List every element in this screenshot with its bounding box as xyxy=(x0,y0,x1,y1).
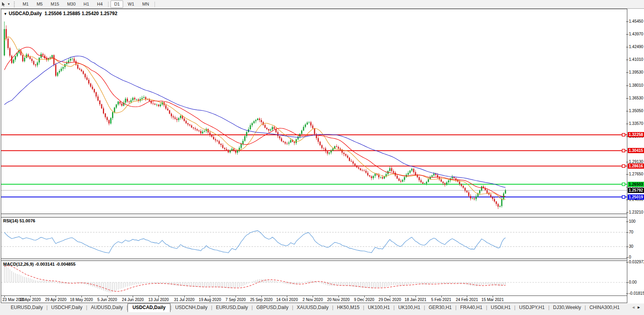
timeframe-button-h4[interactable]: H4 xyxy=(93,0,106,8)
axis-tick-mark xyxy=(626,47,629,47)
date-tick-label[interactable]: 5 Jun 2020 xyxy=(97,298,117,302)
rsi-pane[interactable]: RSI(14) 51.0076 xyxy=(1,217,627,259)
chart-tab-usdcnh-daily[interactable]: USDCNH,Daily xyxy=(172,303,211,312)
hline-handle[interactable] xyxy=(622,165,625,167)
hline-handle[interactable] xyxy=(622,183,625,186)
date-tick-label[interactable]: 24 Feb 2021 xyxy=(456,298,478,302)
chart-tabs: EURUSD,Daily|USDCHF,Daily|AUDUSD,Daily|U… xyxy=(7,303,623,312)
axis-tick-mark xyxy=(626,262,629,262)
chart-tab-eurusd-daily[interactable]: EURUSD,Daily xyxy=(7,303,46,312)
chart-tab-xauusd-daily[interactable]: XAUUSD,Daily xyxy=(293,303,332,312)
axis-tick-label: 0 xyxy=(629,255,631,259)
timeframe-button-d1[interactable]: D1 xyxy=(110,0,123,8)
date-tick-label[interactable]: 2 Nov 2020 xyxy=(303,298,323,302)
axis-tick-mark xyxy=(626,257,629,258)
date-tick-label[interactable]: 9 Dec 2020 xyxy=(354,298,374,302)
date-tick-label[interactable]: 31 Jul 2020 xyxy=(174,298,195,302)
timeframe-button-mn[interactable]: MN xyxy=(139,0,153,8)
toolbar-grip[interactable] xyxy=(14,2,17,7)
price-line-badge: 1.25019 xyxy=(628,194,644,200)
axis-tick-mark xyxy=(626,247,629,247)
price-line-badge: 1.32258 xyxy=(628,132,644,137)
tab-scroll-left-icon[interactable]: ◄ xyxy=(631,305,637,309)
axis-tick-mark xyxy=(626,174,629,175)
date-tick-label[interactable]: 24 Jun 2020 xyxy=(122,298,144,302)
hline-handle[interactable] xyxy=(622,133,625,136)
timeframe-button-m15[interactable]: M15 xyxy=(47,0,62,8)
date-tick-label[interactable]: 10 Apr 2020 xyxy=(19,298,41,302)
axis-tick-label: 1.43970 xyxy=(629,32,643,36)
pane-splitter[interactable] xyxy=(1,214,627,217)
tab-scroll-right-icon[interactable]: ► xyxy=(637,305,642,309)
chart-tab-hk50-m15[interactable]: HK50,M15 xyxy=(333,303,363,312)
quick-menu-icon[interactable]: ▼ xyxy=(4,12,7,16)
chevron-down-icon[interactable]: ▼ xyxy=(7,2,10,6)
rsi-canvas[interactable] xyxy=(1,218,627,259)
toolbar-separator xyxy=(155,2,155,7)
ma-line-10 xyxy=(4,37,505,199)
timeframe-buttons: M1M5M15M30H1H4D1W1MN xyxy=(19,0,157,8)
chart-tab-bar: EURUSD,Daily|USDCHF,Daily|AUDUSD,Daily|U… xyxy=(0,303,644,315)
timeframe-button-w1[interactable]: W1 xyxy=(124,0,138,8)
cursor-tool-button[interactable]: ▼ xyxy=(0,2,12,7)
axis-tick-label: 1.23210 xyxy=(629,210,643,214)
date-axis[interactable]: 23 Mar 202010 Apr 202029 Apr 202018 May … xyxy=(1,296,627,303)
chart-tab-usdchf-daily[interactable]: USDCHF,Daily xyxy=(48,303,86,312)
chart-tab-audusd-daily[interactable]: AUDUSD,Daily xyxy=(87,303,127,312)
chart-tab-china300-h1[interactable]: CHINA300,H1 xyxy=(586,303,623,312)
axis-tick-label: 1.42490 xyxy=(629,45,643,49)
hline-handle[interactable] xyxy=(622,149,625,152)
rsi-label: RSI(14) 51.0076 xyxy=(3,218,35,223)
date-tick-label[interactable]: 19 Aug 2020 xyxy=(199,298,221,302)
date-tick-label[interactable]: 15 Mar 2021 xyxy=(482,298,504,302)
hline-handle[interactable] xyxy=(622,196,625,198)
axis-tick-label: 1.29130 xyxy=(629,159,643,164)
date-tick-label[interactable]: 18 Jan 2021 xyxy=(404,298,426,302)
chart-tab-gbpusd-daily[interactable]: GBPUSD,Daily xyxy=(253,303,292,312)
axis-tick-mark xyxy=(626,232,629,233)
date-tick-label[interactable]: 20 Nov 2020 xyxy=(327,298,350,302)
timeframe-button-h1[interactable]: H1 xyxy=(80,0,93,8)
chart-tab-ger30-h1[interactable]: GER30,H1 xyxy=(425,303,455,312)
date-tick-label[interactable]: 14 Oct 2020 xyxy=(276,298,298,302)
axis-tick-mark xyxy=(626,222,629,222)
mt4-terminal: ▼ M1M5M15M30H1H4D1W1MN ▼USDCAD,Daily 1.2… xyxy=(0,0,644,315)
price-line-badge: 1.28616 xyxy=(628,163,644,169)
timeframe-button-m5[interactable]: M5 xyxy=(33,0,46,8)
macd-pane[interactable]: MACD(12,26,9) -0.003141 -0.004855 xyxy=(1,261,627,296)
chart-tab-dj30-weekly[interactable]: DJ30,Weekly xyxy=(549,303,584,312)
timeframe-button-m30[interactable]: M30 xyxy=(64,0,79,8)
price-scale[interactable]: 1.454501.439701.424901.410101.395301.380… xyxy=(628,9,644,303)
chart-tab-usdcad-daily[interactable]: USDCAD,Daily xyxy=(128,303,170,312)
date-tick-label[interactable]: 29 Apr 2020 xyxy=(45,298,66,302)
date-tick-label[interactable]: 7 Sep 2020 xyxy=(226,298,246,302)
axis-tick-label: 30 xyxy=(629,244,633,249)
macd-canvas[interactable] xyxy=(1,261,627,296)
chart-tab-usoil-h1[interactable]: USOil,H1 xyxy=(487,303,514,312)
toolbar-separator xyxy=(108,2,108,7)
axis-tick-label: 1.45450 xyxy=(629,19,643,23)
macd-histogram xyxy=(4,266,505,293)
axis-tick-mark xyxy=(626,98,629,99)
date-tick-label[interactable]: 25 Sep 2020 xyxy=(250,298,273,302)
chart-tab-uk100-h1[interactable]: UK100,H1 xyxy=(395,303,424,312)
price-chart-canvas[interactable] xyxy=(1,9,627,214)
date-tick-label[interactable]: 18 May 2020 xyxy=(70,298,93,302)
axis-tick-label: 0.032972 xyxy=(629,260,644,264)
timeframe-button-m1[interactable]: M1 xyxy=(19,0,32,8)
bid-price-badge: 1.25792 xyxy=(628,188,644,193)
date-tick-label[interactable]: 13 Jul 2020 xyxy=(148,298,169,302)
axis-tick-label: 1.27650 xyxy=(629,172,643,176)
cursor-icon xyxy=(1,2,6,7)
chart-ohlc-values: 1.25506 1.25885 1.25420 1.25792 xyxy=(44,11,118,16)
chart-tab-usdjpy-h1[interactable]: USDJPY,H1 xyxy=(515,303,548,312)
chart-window: ▼USDCAD,Daily 1.25506 1.25885 1.25420 1.… xyxy=(1,9,627,303)
date-tick-label[interactable]: 5 Feb 2021 xyxy=(431,298,451,302)
chart-tab-fra40-h1[interactable]: FRA40,H1 xyxy=(456,303,486,312)
chart-title: ▼USDCAD,Daily 1.25506 1.25885 1.25420 1.… xyxy=(4,11,117,16)
chart-tab-uk100-h1[interactable]: UK100,H1 xyxy=(364,303,393,312)
chart-tab-eurusd-daily[interactable]: EURUSD,Daily xyxy=(212,303,251,312)
date-tick-label[interactable]: 29 Dec 2020 xyxy=(379,298,401,302)
axis-tick-mark xyxy=(626,124,629,124)
main-price-pane[interactable]: ▼USDCAD,Daily 1.25506 1.25885 1.25420 1.… xyxy=(1,9,627,214)
